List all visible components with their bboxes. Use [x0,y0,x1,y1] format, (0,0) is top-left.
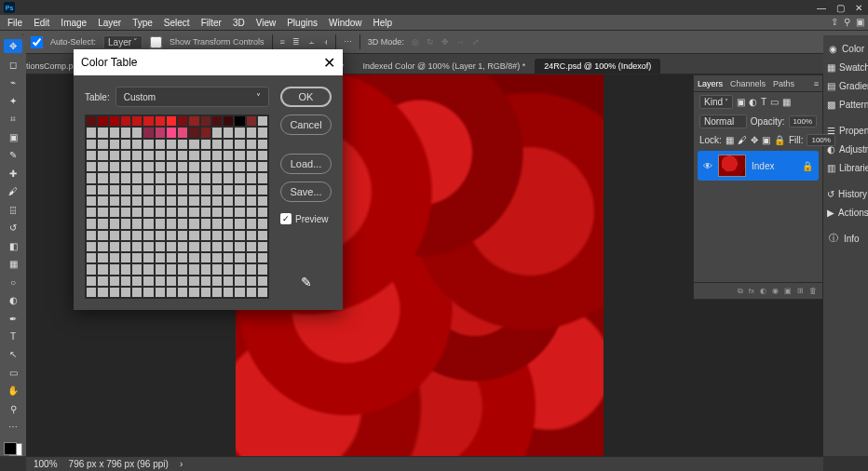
color-swatch-cell[interactable] [234,150,245,161]
color-swatch-cell[interactable] [86,241,97,252]
color-swatch-cell[interactable] [188,115,199,127]
color-swatch-cell[interactable] [177,241,188,252]
3d-roll-icon[interactable]: ↻ [427,37,434,47]
color-swatch[interactable] [4,442,22,456]
color-swatch-cell[interactable] [257,172,268,183]
color-swatch-cell[interactable] [200,218,211,229]
menu-help[interactable]: Help [373,18,393,28]
color-swatch-cell[interactable] [177,115,188,127]
color-swatch-cell[interactable] [177,139,188,150]
color-swatch-cell[interactable] [211,276,223,287]
color-swatch-cell[interactable] [211,172,223,183]
color-swatch-cell[interactable] [200,287,211,298]
menu-select[interactable]: Select [164,18,190,28]
color-swatch-cell[interactable] [120,276,131,287]
color-swatch-cell[interactable] [86,207,97,218]
color-swatch-cell[interactable] [200,207,211,218]
color-swatch-cell[interactable] [177,161,188,172]
menu-edit[interactable]: Edit [34,18,49,28]
color-swatch-cell[interactable] [109,252,120,263]
color-swatch-cell[interactable] [109,161,120,172]
lock-all-icon[interactable]: 🔒 [774,135,785,145]
color-swatch-cell[interactable] [246,161,257,172]
color-swatch-cell[interactable] [166,276,177,287]
color-swatch-cell[interactable] [246,263,257,275]
color-swatch-cell[interactable] [188,252,199,263]
color-swatch-cell[interactable] [109,218,120,229]
color-swatch-cell[interactable] [155,150,166,161]
panel-color[interactable]: ◉Color [823,39,868,58]
panel-info[interactable]: ⓘInfo [823,229,868,248]
color-swatch-cell[interactable] [142,230,154,241]
wand-tool[interactable]: ✦ [4,93,22,107]
color-swatch-cell[interactable] [166,230,177,241]
color-swatch-cell[interactable] [155,139,166,150]
color-swatch-cell[interactable] [109,127,120,138]
workspace-icon[interactable]: ▣ [856,17,864,27]
status-chevron-icon[interactable]: › [180,459,183,469]
color-swatch-cell[interactable] [131,139,142,150]
color-swatch-cell[interactable] [97,230,108,241]
color-swatch-cell[interactable] [131,207,142,218]
layer-item[interactable]: 👁 Index 🔒 [698,151,819,181]
color-swatch-cell[interactable] [109,287,120,298]
color-swatch-cell[interactable] [97,207,108,218]
color-swatch-cell[interactable] [142,150,154,161]
color-swatch-cell[interactable] [211,230,223,241]
color-swatch-cell[interactable] [97,172,108,183]
color-swatch-cell[interactable] [257,184,268,195]
color-swatch-cell[interactable] [166,139,177,150]
color-swatch-cell[interactable] [211,252,223,263]
color-swatch-cell[interactable] [109,230,120,241]
color-swatch-cell[interactable] [177,207,188,218]
color-swatch-cell[interactable] [246,241,257,252]
color-swatch-cell[interactable] [177,263,188,275]
opacity-input[interactable]: 100% [789,115,817,128]
zoom-level[interactable]: 100% [34,459,58,469]
color-swatch-cell[interactable] [97,195,108,207]
channels-tab[interactable]: Channels [730,79,766,88]
color-swatch-cell[interactable] [188,139,199,150]
color-swatch-cell[interactable] [188,241,199,252]
menu-image[interactable]: Image [61,18,87,28]
color-swatch-cell[interactable] [166,252,177,263]
mask-icon[interactable]: ◐ [760,287,766,295]
color-swatch-cell[interactable] [211,127,223,138]
color-swatch-cell[interactable] [166,207,177,218]
color-swatch-cell[interactable] [109,195,120,207]
color-swatch-cell[interactable] [257,195,268,207]
color-swatch-cell[interactable] [131,287,142,298]
color-swatch-cell[interactable] [86,172,97,183]
color-swatch-cell[interactable] [109,263,120,275]
color-swatch-cell[interactable] [223,241,234,252]
color-swatch-cell[interactable] [142,139,154,150]
color-swatch-cell[interactable] [120,241,131,252]
color-swatch-cell[interactable] [234,195,245,207]
color-swatch-cell[interactable] [234,172,245,183]
color-swatch-cell[interactable] [223,252,234,263]
history-brush-tool[interactable]: ↺ [4,221,22,235]
color-swatch-cell[interactable] [200,230,211,241]
brush-tool[interactable]: 🖌 [4,184,22,198]
lasso-tool[interactable]: ⌁ [4,75,22,89]
color-swatch-cell[interactable] [155,218,166,229]
color-swatch-cell[interactable] [234,115,245,127]
color-swatch-cell[interactable] [234,276,245,287]
3d-pan-icon[interactable]: ✥ [441,37,449,47]
color-swatch-cell[interactable] [223,276,234,287]
color-swatch-cell[interactable] [97,161,108,172]
color-swatch-cell[interactable] [177,172,188,183]
color-swatch-cell[interactable] [131,161,142,172]
color-swatch-cell[interactable] [246,172,257,183]
color-swatch-cell[interactable] [211,263,223,275]
color-swatch-cell[interactable] [155,195,166,207]
color-swatch-cell[interactable] [142,127,154,138]
color-swatch-cell[interactable] [120,161,131,172]
color-swatch-cell[interactable] [86,230,97,241]
filter-shape-icon[interactable]: ▭ [770,97,779,107]
color-swatch-cell[interactable] [234,127,245,138]
color-swatch-cell[interactable] [166,184,177,195]
filter-smart-icon[interactable]: ▦ [782,97,791,107]
color-swatch-cell[interactable] [131,263,142,275]
color-swatch-cell[interactable] [223,218,234,229]
